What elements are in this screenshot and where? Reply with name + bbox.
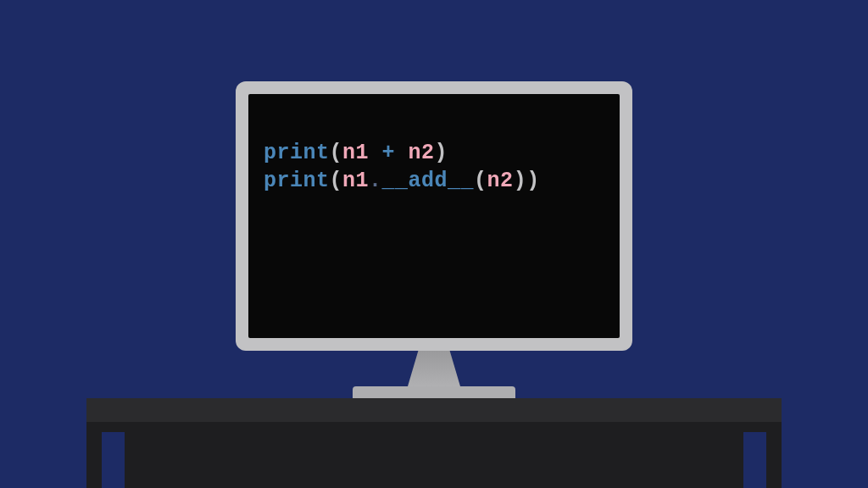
token-operator: +: [369, 141, 409, 165]
token-paren-open: (: [474, 169, 487, 193]
code-line-1: print(n1 + n2): [264, 140, 604, 168]
code-line-2: print(n1.__add__(n2)): [264, 168, 604, 196]
desk: [86, 398, 782, 488]
desk-gap-right: [743, 432, 766, 488]
desk-gap-left: [102, 432, 125, 488]
token-variable: n1: [342, 141, 369, 165]
token-variable: n1: [342, 169, 369, 193]
monitor-stand-base: [353, 386, 515, 398]
token-paren-close: ): [526, 169, 540, 193]
token-paren-open: (: [330, 169, 343, 193]
token-variable: n2: [487, 169, 514, 193]
token-paren-close: ): [514, 169, 527, 193]
token-function: print: [264, 141, 330, 165]
token-dot: .: [369, 169, 382, 193]
monitor-screen: print(n1 + n2) print(n1.__add__(n2)): [248, 94, 620, 338]
token-method: __add__: [382, 169, 475, 193]
desk-surface: [86, 398, 782, 422]
computer-monitor: print(n1 + n2) print(n1.__add__(n2)): [236, 81, 632, 398]
desk-apron: [86, 422, 782, 488]
token-variable: n2: [409, 141, 435, 165]
token-function: print: [264, 169, 330, 193]
monitor-bezel: print(n1 + n2) print(n1.__add__(n2)): [236, 81, 632, 351]
token-paren-open: (: [330, 141, 343, 165]
token-paren-close: ): [435, 141, 448, 165]
monitor-stand-neck: [408, 351, 460, 386]
